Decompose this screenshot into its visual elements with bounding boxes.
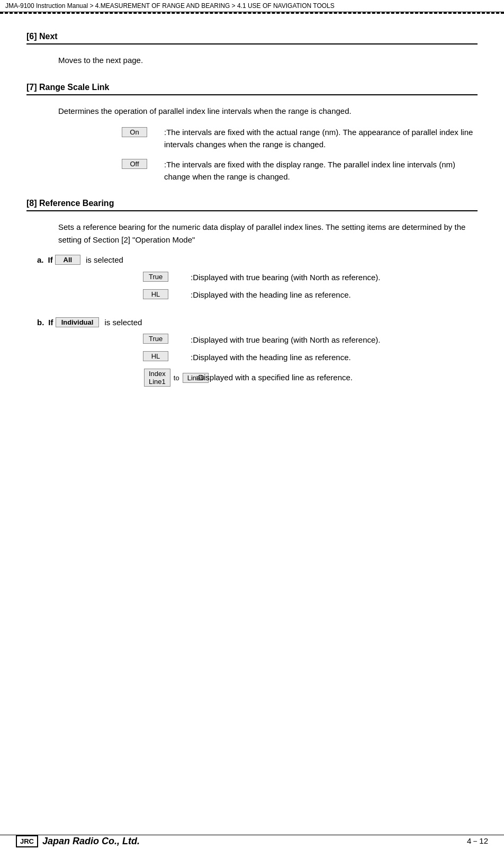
page-number: 4－12	[467, 836, 488, 846]
sub-b-index-desc: :Displayed with a specified line as refe…	[196, 371, 478, 383]
main-content: [6] Next Moves to the next page. [7] Ran…	[0, 14, 504, 418]
index-line1-button[interactable]: Index Line1	[144, 369, 170, 387]
section-8-intro: Sets a reference bearing for the numeric…	[58, 221, 478, 246]
section-7-intro: Determines the operation of parallel ind…	[58, 105, 478, 118]
sub-item-a-label: a. If All is selected	[37, 255, 478, 265]
section-8-heading: [8] Reference Bearing	[26, 199, 478, 211]
sub-b-true-desc: :Displayed with true bearing (with North…	[191, 334, 478, 346]
option-row-off: Off :The intervals are fixed with the di…	[122, 158, 478, 183]
section-6-heading: [6] Next	[26, 32, 478, 44]
section-7-options: On :The intervals are fixed with the act…	[122, 126, 478, 183]
option-row-on: On :The intervals are fixed with the act…	[122, 126, 478, 151]
sub-a-hl-btn-col: HL	[143, 289, 191, 299]
sub-item-b-label: b. If Individual is selected	[37, 317, 478, 327]
sub-b-index-btn-col: Index Line1 to Line8	[143, 369, 191, 387]
true-button-a[interactable]: True	[143, 272, 168, 282]
sub-b-hl-row: HL :Displayed with the heading line as r…	[143, 351, 478, 363]
off-description: :The intervals are fixed with the displa…	[164, 158, 478, 183]
true-button-b[interactable]: True	[143, 334, 168, 344]
section-7-heading: [7] Range Scale Link	[26, 83, 478, 95]
sub-b-index-row: Index Line1 to Line8 :Displayed with a s…	[143, 369, 478, 387]
sub-b-hl-btn-col: HL	[143, 351, 191, 362]
off-btn-col: Off	[122, 158, 164, 169]
sub-b-hl-desc: :Displayed with the heading line as refe…	[191, 351, 478, 363]
sub-a-true-btn-col: True	[143, 271, 191, 282]
off-button[interactable]: Off	[122, 159, 147, 169]
section-7: [7] Range Scale Link Determines the oper…	[26, 83, 478, 183]
sub-item-a: a. If All is selected True :Displayed wi…	[37, 255, 478, 301]
sub-a-hl-desc: :Displayed with the heading line as refe…	[191, 289, 478, 301]
sub-b-options: True :Displayed with true bearing (with …	[143, 334, 478, 387]
on-description: :The intervals are fixed with the actual…	[164, 126, 478, 151]
section-6: [6] Next Moves to the next page.	[26, 32, 478, 67]
all-button[interactable]: All	[55, 255, 80, 265]
breadcrumb: JMA-9100 Instruction Manual > 4.MEASUREM…	[5, 2, 335, 10]
on-btn-col: On	[122, 126, 164, 137]
sub-b-true-btn-col: True	[143, 334, 191, 344]
footer-logo: JRC Japan Radio Co., Ltd.	[16, 835, 140, 847]
sub-item-b: b. If Individual is selected True :Displ…	[37, 317, 478, 387]
on-button[interactable]: On	[122, 127, 147, 137]
company-name: Japan Radio Co., Ltd.	[42, 836, 140, 847]
section-8: [8] Reference Bearing Sets a reference b…	[26, 199, 478, 387]
sub-a-true-desc: :Displayed with true bearing (with North…	[191, 271, 478, 283]
page-header: JMA-9100 Instruction Manual > 4.MEASUREM…	[0, 0, 504, 12]
sub-b-true-row: True :Displayed with true bearing (with …	[143, 334, 478, 346]
section-6-body: Moves to the next page.	[58, 54, 478, 67]
page-footer: JRC Japan Radio Co., Ltd. 4－12	[0, 835, 504, 847]
hl-button-a[interactable]: HL	[143, 289, 168, 299]
sub-a-hl-row: HL :Displayed with the heading line as r…	[143, 289, 478, 301]
individual-button[interactable]: Individual	[56, 317, 100, 327]
sub-a-true-row: True :Displayed with true bearing (with …	[143, 271, 478, 283]
hl-button-b[interactable]: HL	[143, 351, 168, 361]
sub-a-options: True :Displayed with true bearing (with …	[143, 271, 478, 301]
to-text: to	[174, 374, 179, 382]
jrc-label: JRC	[16, 835, 38, 847]
